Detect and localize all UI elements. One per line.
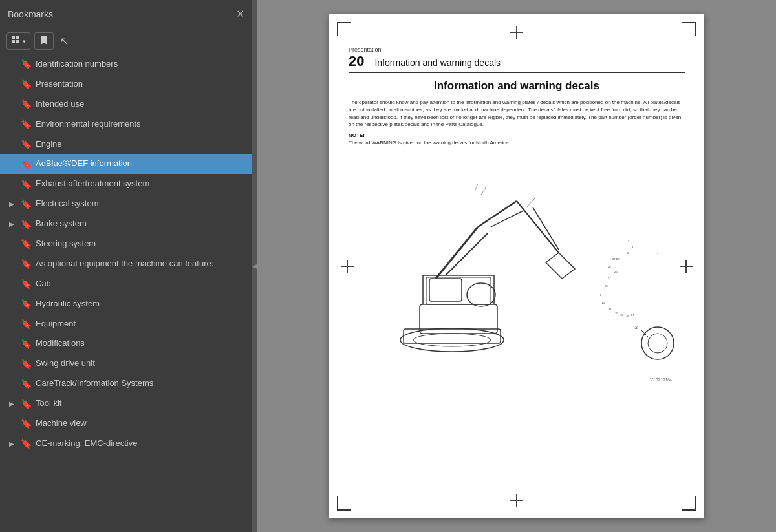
svg-line-47 bbox=[526, 198, 535, 207]
bookmark-icon-machine-view: 🔖 bbox=[21, 418, 32, 429]
svg-text:25: 25 bbox=[614, 270, 618, 273]
sidebar-item-label: Engine bbox=[36, 139, 247, 150]
pdf-viewer: Presentation 20 Information and warning … bbox=[257, 0, 776, 532]
sidebar-item-electrical[interactable]: ▶ 🔖 Electrical system bbox=[0, 194, 252, 214]
sidebar-item-modifications[interactable]: ▶ 🔖 Modifications bbox=[0, 334, 252, 354]
panel-header: Bookmarks ✕ bbox=[0, 0, 252, 28]
sidebar-item-label: Machine view bbox=[36, 418, 247, 429]
sidebar-item-label: Steering system bbox=[36, 239, 247, 250]
bookmark-icon-steering: 🔖 bbox=[21, 239, 32, 249]
sidebar-item-optional[interactable]: ▶ 🔖 As optional equipment the machine ca… bbox=[0, 254, 252, 274]
sidebar-item-tool-kit[interactable]: ▶ 🔖 Tool kit bbox=[0, 394, 252, 414]
sidebar-item-label: Swing drive unit bbox=[36, 358, 247, 369]
svg-text:2: 2 bbox=[635, 325, 638, 330]
resize-handle[interactable] bbox=[252, 0, 257, 532]
corner-mark-br bbox=[682, 496, 696, 511]
sidebar-item-hydraulic[interactable]: ▶ 🔖 Hydraulic system bbox=[0, 294, 252, 314]
corner-mark-tl bbox=[337, 22, 351, 36]
grid-button[interactable]: ▾ bbox=[6, 32, 30, 50]
svg-rect-9 bbox=[429, 279, 462, 301]
bookmark-icon-cab: 🔖 bbox=[21, 279, 32, 289]
divider bbox=[349, 72, 685, 73]
sidebar-item-environmental[interactable]: ▶ 🔖 Environmental requirements bbox=[0, 114, 252, 134]
sidebar-item-ce-marking[interactable]: ▶ 🔖 CE-marking, EMC-directive bbox=[0, 434, 252, 454]
svg-rect-0 bbox=[12, 36, 15, 39]
svg-text:26: 26 bbox=[608, 265, 611, 268]
sidebar-item-label: Hydraulic system bbox=[36, 299, 247, 310]
sidebar-item-identification-numbers[interactable]: ▶ 🔖 Identification numbers bbox=[0, 54, 252, 74]
sidebar-item-swing-drive[interactable]: ▶ 🔖 Swing drive unit bbox=[0, 354, 252, 374]
detail-drawing: 2 bbox=[632, 324, 684, 363]
dropdown-arrow-icon: ▾ bbox=[23, 38, 26, 45]
svg-text:4: 4 bbox=[657, 251, 659, 255]
bookmark-icon-equipment: 🔖 bbox=[21, 319, 32, 329]
svg-line-11 bbox=[436, 227, 478, 279]
bookmark-icon-modifications: 🔖 bbox=[21, 339, 32, 349]
panel-title: Bookmarks bbox=[8, 9, 53, 19]
svg-point-4 bbox=[400, 328, 504, 352]
svg-text:18: 18 bbox=[626, 314, 629, 317]
sidebar-item-intended-use[interactable]: ▶ 🔖 Intended use bbox=[0, 94, 252, 114]
corner-mark-bl bbox=[337, 496, 351, 511]
bookmark-icon-exhaust: 🔖 bbox=[21, 179, 32, 189]
sidebar-item-label: Modifications bbox=[36, 338, 247, 349]
svg-line-16 bbox=[533, 207, 559, 250]
svg-text:21: 21 bbox=[609, 308, 612, 311]
svg-text:2: 2 bbox=[632, 246, 634, 249]
bookmark-button[interactable] bbox=[34, 32, 54, 50]
sidebar-item-label: Brake system bbox=[36, 218, 247, 229]
bookmark-icon-swing-drive: 🔖 bbox=[21, 359, 32, 369]
bookmarks-panel: Bookmarks ✕ ▾ ↖ ▶ bbox=[0, 0, 252, 532]
close-button[interactable]: ✕ bbox=[236, 9, 244, 19]
bookmark-icon-identification: 🔖 bbox=[21, 59, 32, 69]
svg-text:20: 20 bbox=[615, 312, 618, 315]
svg-text:9: 9 bbox=[600, 293, 602, 297]
svg-rect-1 bbox=[16, 36, 19, 39]
cursor-icon: ↖ bbox=[60, 35, 69, 47]
sidebar-item-presentation[interactable]: ▶ 🔖 Presentation bbox=[0, 74, 252, 94]
content-note-text: The word WARNING is given on the warning… bbox=[349, 140, 685, 145]
section-title: Information and warning decals bbox=[374, 58, 501, 68]
svg-line-13 bbox=[517, 201, 559, 253]
svg-text:1: 1 bbox=[627, 251, 629, 255]
bookmark-icon-environmental: 🔖 bbox=[21, 119, 32, 129]
sidebar-item-machine-view[interactable]: ▶ 🔖 Machine view bbox=[0, 414, 252, 434]
sidebar-item-adblue[interactable]: ▶ 🔖 AdBlue®/DEF information bbox=[0, 154, 252, 174]
content-body: The operator should know and pay attenti… bbox=[349, 99, 685, 129]
sidebar-item-brake[interactable]: ▶ 🔖 Brake system bbox=[0, 214, 252, 234]
sidebar-item-label: Identification numbers bbox=[36, 59, 247, 70]
svg-text:22: 22 bbox=[602, 301, 605, 304]
reg-cross-bottom bbox=[510, 494, 523, 507]
sidebar-item-label: CareTrack/Information Systems bbox=[36, 378, 247, 389]
bookmark-icon-brake: 🔖 bbox=[21, 219, 32, 229]
svg-point-48 bbox=[641, 327, 674, 359]
svg-rect-8 bbox=[426, 277, 491, 304]
reg-cross-top bbox=[510, 26, 523, 39]
svg-text:3: 3 bbox=[628, 240, 630, 243]
sidebar-item-steering[interactable]: ▶ 🔖 Steering system bbox=[0, 234, 252, 254]
sidebar-item-equipment[interactable]: ▶ 🔖 Equipment bbox=[0, 314, 252, 334]
bookmark-list: ▶ 🔖 Identification numbers ▶ 🔖 Presentat… bbox=[0, 54, 252, 532]
bookmark-icon-engine: 🔖 bbox=[21, 139, 32, 149]
expand-arrow: ▶ bbox=[6, 200, 17, 207]
sidebar-item-label: As optional equipment the machine can fe… bbox=[36, 259, 247, 270]
bookmark-icon-presentation: 🔖 bbox=[21, 79, 32, 89]
expand-arrow: ▶ bbox=[6, 440, 17, 447]
page-header: Presentation 20 Information and warning … bbox=[349, 47, 685, 73]
excavator-diagram: 29 5 6 8 9 10 11 12 13 14 15 3 2 1 27,28… bbox=[368, 149, 665, 382]
svg-rect-3 bbox=[16, 40, 19, 43]
svg-text:27,28: 27,28 bbox=[612, 257, 620, 261]
sidebar-item-label: Exhaust aftertreatment system bbox=[36, 178, 247, 189]
expand-arrow: ▶ bbox=[6, 220, 17, 228]
sidebar-item-label: Tool kit bbox=[36, 398, 247, 409]
sidebar-item-exhaust[interactable]: ▶ 🔖 Exhaust aftertreatment system bbox=[0, 174, 252, 194]
bookmark-icon-ce-marking: 🔖 bbox=[21, 438, 32, 449]
sidebar-item-label: AdBlue®/DEF information bbox=[36, 158, 247, 169]
sidebar-item-caretrack[interactable]: ▶ 🔖 CareTrack/Information Systems bbox=[0, 374, 252, 394]
sidebar-item-label: Presentation bbox=[36, 79, 247, 90]
sidebar-item-label: CE-marking, EMC-directive bbox=[36, 438, 247, 449]
sidebar-item-engine[interactable]: ▶ 🔖 Engine bbox=[0, 134, 252, 154]
sidebar-item-label: Environmental requirements bbox=[36, 119, 247, 130]
svg-text:17: 17 bbox=[631, 314, 634, 317]
sidebar-item-cab[interactable]: ▶ 🔖 Cab bbox=[0, 274, 252, 294]
